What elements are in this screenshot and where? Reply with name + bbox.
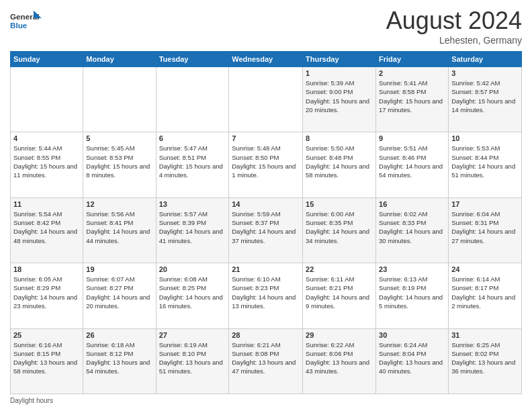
cell-0-5: 2Sunrise: 5:41 AM Sunset: 8:58 PM Daylig… xyxy=(376,67,449,132)
header-wednesday: Wednesday xyxy=(229,52,303,67)
cell-3-4: 22Sunrise: 6:11 AM Sunset: 8:21 PM Dayli… xyxy=(303,263,376,328)
cell-info: Sunrise: 5:59 AM Sunset: 8:37 PM Dayligh… xyxy=(232,210,300,245)
cell-4-6: 31Sunrise: 6:25 AM Sunset: 8:02 PM Dayli… xyxy=(449,328,522,394)
header-sunday: Sunday xyxy=(11,52,83,67)
page: General Blue August 2024 Lehesten, Germa… xyxy=(0,0,532,411)
cell-day-number: 28 xyxy=(232,331,300,339)
cell-day-number: 26 xyxy=(86,331,152,339)
cell-3-5: 23Sunrise: 6:13 AM Sunset: 8:19 PM Dayli… xyxy=(376,263,449,328)
cell-day-number: 23 xyxy=(379,265,445,273)
cell-day-number: 17 xyxy=(451,200,519,208)
cell-day-number: 11 xyxy=(13,200,80,208)
location-subtitle: Lehesten, Germany xyxy=(386,35,522,46)
cell-info: Sunrise: 6:21 AM Sunset: 8:08 PM Dayligh… xyxy=(232,340,300,376)
cell-2-3: 14Sunrise: 5:59 AM Sunset: 8:37 PM Dayli… xyxy=(229,197,303,263)
cell-day-number: 13 xyxy=(159,200,226,208)
cell-day-number: 19 xyxy=(86,265,152,273)
cell-4-4: 29Sunrise: 6:22 AM Sunset: 8:06 PM Dayli… xyxy=(303,328,376,394)
logo-svg: General Blue xyxy=(10,7,44,37)
header-tuesday: Tuesday xyxy=(156,52,229,67)
cell-2-1: 12Sunrise: 5:56 AM Sunset: 8:41 PM Dayli… xyxy=(83,197,156,263)
cell-day-number: 20 xyxy=(159,265,226,273)
cell-day-number: 8 xyxy=(306,134,373,142)
cell-0-1 xyxy=(83,67,156,132)
svg-text:Blue: Blue xyxy=(10,21,28,30)
cell-day-number: 1 xyxy=(306,69,373,77)
footer-note: Daylight hours xyxy=(10,397,522,404)
cell-info: Sunrise: 5:42 AM Sunset: 8:57 PM Dayligh… xyxy=(451,79,519,114)
calendar-table: SundayMondayTuesdayWednesdayThursdayFrid… xyxy=(10,51,522,394)
cell-day-number: 6 xyxy=(159,134,226,142)
cell-info: Sunrise: 6:05 AM Sunset: 8:29 PM Dayligh… xyxy=(13,275,80,310)
week-row-1: 1Sunrise: 5:39 AM Sunset: 9:00 PM Daylig… xyxy=(11,67,522,132)
cell-4-5: 30Sunrise: 6:24 AM Sunset: 8:04 PM Dayli… xyxy=(376,328,449,394)
cell-3-1: 19Sunrise: 6:07 AM Sunset: 8:27 PM Dayli… xyxy=(83,263,156,328)
cell-day-number: 29 xyxy=(306,331,373,339)
cell-0-0 xyxy=(11,67,83,132)
cell-info: Sunrise: 5:57 AM Sunset: 8:39 PM Dayligh… xyxy=(159,210,226,245)
cell-info: Sunrise: 6:25 AM Sunset: 8:02 PM Dayligh… xyxy=(451,340,519,376)
cell-info: Sunrise: 6:08 AM Sunset: 8:25 PM Dayligh… xyxy=(159,275,226,310)
cell-1-1: 5Sunrise: 5:45 AM Sunset: 8:53 PM Daylig… xyxy=(83,132,156,197)
cell-1-3: 7Sunrise: 5:48 AM Sunset: 8:50 PM Daylig… xyxy=(229,132,303,197)
cell-4-3: 28Sunrise: 6:21 AM Sunset: 8:08 PM Dayli… xyxy=(229,328,303,394)
cell-1-5: 9Sunrise: 5:51 AM Sunset: 8:46 PM Daylig… xyxy=(376,132,449,197)
cell-2-5: 16Sunrise: 6:02 AM Sunset: 8:33 PM Dayli… xyxy=(376,197,449,263)
cell-4-2: 27Sunrise: 6:19 AM Sunset: 8:10 PM Dayli… xyxy=(156,328,229,394)
cell-info: Sunrise: 5:53 AM Sunset: 8:44 PM Dayligh… xyxy=(451,144,519,179)
cell-info: Sunrise: 5:41 AM Sunset: 8:58 PM Dayligh… xyxy=(379,79,445,114)
cell-day-number: 25 xyxy=(13,331,80,339)
cell-day-number: 3 xyxy=(451,69,519,77)
cell-4-0: 25Sunrise: 6:16 AM Sunset: 8:15 PM Dayli… xyxy=(11,328,83,394)
cell-1-0: 4Sunrise: 5:44 AM Sunset: 8:55 PM Daylig… xyxy=(11,132,83,197)
header: General Blue August 2024 Lehesten, Germa… xyxy=(10,7,522,46)
header-saturday: Saturday xyxy=(449,52,522,67)
cell-info: Sunrise: 6:02 AM Sunset: 8:33 PM Dayligh… xyxy=(379,210,445,245)
cell-day-number: 31 xyxy=(451,331,519,339)
week-row-4: 18Sunrise: 6:05 AM Sunset: 8:29 PM Dayli… xyxy=(11,263,522,328)
cell-info: Sunrise: 5:56 AM Sunset: 8:41 PM Dayligh… xyxy=(86,210,152,245)
cell-1-6: 10Sunrise: 5:53 AM Sunset: 8:44 PM Dayli… xyxy=(449,132,522,197)
cell-info: Sunrise: 6:13 AM Sunset: 8:19 PM Dayligh… xyxy=(379,275,445,310)
cell-info: Sunrise: 6:22 AM Sunset: 8:06 PM Dayligh… xyxy=(306,340,373,376)
cell-3-6: 24Sunrise: 6:14 AM Sunset: 8:17 PM Dayli… xyxy=(449,263,522,328)
cell-info: Sunrise: 5:39 AM Sunset: 9:00 PM Dayligh… xyxy=(306,79,373,114)
cell-day-number: 24 xyxy=(451,265,519,273)
cell-day-number: 16 xyxy=(379,200,445,208)
cell-day-number: 14 xyxy=(232,200,300,208)
cell-info: Sunrise: 5:51 AM Sunset: 8:46 PM Dayligh… xyxy=(379,144,445,179)
month-title: August 2024 xyxy=(386,7,522,35)
cell-0-4: 1Sunrise: 5:39 AM Sunset: 9:00 PM Daylig… xyxy=(303,67,376,132)
cell-day-number: 5 xyxy=(86,134,152,142)
week-row-3: 11Sunrise: 5:54 AM Sunset: 8:42 PM Dayli… xyxy=(11,197,522,263)
cell-3-0: 18Sunrise: 6:05 AM Sunset: 8:29 PM Dayli… xyxy=(11,263,83,328)
cell-0-6: 3Sunrise: 5:42 AM Sunset: 8:57 PM Daylig… xyxy=(449,67,522,132)
cell-info: Sunrise: 6:24 AM Sunset: 8:04 PM Dayligh… xyxy=(379,340,445,376)
cell-day-number: 15 xyxy=(306,200,373,208)
days-row: SundayMondayTuesdayWednesdayThursdayFrid… xyxy=(11,52,522,67)
cell-day-number: 21 xyxy=(232,265,300,273)
cell-info: Sunrise: 6:16 AM Sunset: 8:15 PM Dayligh… xyxy=(13,340,80,376)
cell-info: Sunrise: 5:54 AM Sunset: 8:42 PM Dayligh… xyxy=(13,210,80,245)
cell-day-number: 30 xyxy=(379,331,445,339)
header-friday: Friday xyxy=(376,52,449,67)
cell-day-number: 2 xyxy=(379,69,445,77)
header-monday: Monday xyxy=(83,52,156,67)
cell-2-2: 13Sunrise: 5:57 AM Sunset: 8:39 PM Dayli… xyxy=(156,197,229,263)
cell-1-4: 8Sunrise: 5:50 AM Sunset: 8:48 PM Daylig… xyxy=(303,132,376,197)
cell-2-4: 15Sunrise: 6:00 AM Sunset: 8:35 PM Dayli… xyxy=(303,197,376,263)
cell-day-number: 18 xyxy=(13,265,80,273)
cell-day-number: 27 xyxy=(159,331,226,339)
cell-info: Sunrise: 6:19 AM Sunset: 8:10 PM Dayligh… xyxy=(159,340,226,376)
cell-day-number: 7 xyxy=(232,134,300,142)
cell-1-2: 6Sunrise: 5:47 AM Sunset: 8:51 PM Daylig… xyxy=(156,132,229,197)
cell-2-6: 17Sunrise: 6:04 AM Sunset: 8:31 PM Dayli… xyxy=(449,197,522,263)
cell-day-number: 22 xyxy=(306,265,373,273)
cell-info: Sunrise: 6:00 AM Sunset: 8:35 PM Dayligh… xyxy=(306,210,373,245)
cell-info: Sunrise: 5:48 AM Sunset: 8:50 PM Dayligh… xyxy=(232,144,300,179)
week-row-5: 25Sunrise: 6:16 AM Sunset: 8:15 PM Dayli… xyxy=(11,328,522,394)
cell-0-2 xyxy=(156,67,229,132)
cell-info: Sunrise: 5:44 AM Sunset: 8:55 PM Dayligh… xyxy=(13,144,80,179)
cell-day-number: 9 xyxy=(379,134,445,142)
cell-info: Sunrise: 6:11 AM Sunset: 8:21 PM Dayligh… xyxy=(306,275,373,310)
